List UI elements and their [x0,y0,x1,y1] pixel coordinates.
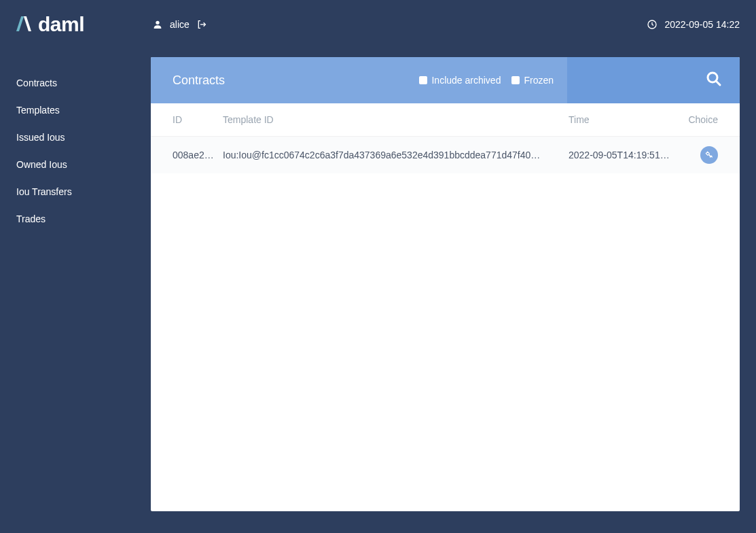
sidebar-item-templates[interactable]: Templates [0,97,151,124]
table-header: ID Template ID Time Choice [151,103,740,137]
topbar: daml alice 2022-09-05 14:22 [0,0,756,49]
logo: daml [16,13,84,36]
panel-header-left: Contracts Include archived Frozen [151,57,567,103]
cell-id: 008ae2… [173,150,223,160]
user-name: alice [170,19,190,30]
clock-text: 2022-09-05 14:22 [664,19,740,30]
user-area: alice [152,19,207,30]
frozen-toggle[interactable]: Frozen [511,75,554,86]
column-header-choice[interactable]: Choice [677,114,718,125]
sidebar-item-issued-ious[interactable]: Issued Ious [0,124,151,151]
column-header-id[interactable]: ID [173,114,223,125]
contracts-panel: Contracts Include archived Frozen [151,57,740,511]
brand-text: daml [38,13,84,36]
panel-title: Contracts [173,73,225,88]
sidebar-item-trades[interactable]: Trades [0,205,151,233]
logout-icon[interactable] [196,19,207,30]
sidebar-item-owned-ious[interactable]: Owned Ious [0,151,151,178]
include-archived-toggle[interactable]: Include archived [419,75,501,86]
wrench-icon [704,150,714,160]
choice-button[interactable] [700,146,718,164]
sidebar-item-contracts[interactable]: Contracts [0,69,151,97]
logo-mark-icon [16,16,31,33]
content: Contracts Include archived Frozen [151,49,756,533]
topbar-left: daml alice [16,13,207,36]
user-icon [152,19,163,30]
topbar-right: 2022-09-05 14:22 [647,19,740,30]
cell-template-id: Iou:Iou@fc1cc0674c2c6a3f7da437369a6e532e… [223,150,569,160]
column-header-template-id[interactable]: Template ID [223,114,569,125]
panel-header: Contracts Include archived Frozen [151,57,740,103]
frozen-label: Frozen [524,75,554,86]
panel-header-right [567,57,740,103]
cell-time: 2022-09-05T14:19:51.9… [569,150,677,160]
checkbox-icon [419,76,427,84]
column-header-time[interactable]: Time [569,114,677,125]
svg-point-0 [156,21,159,24]
include-archived-label: Include archived [431,75,501,86]
clock-icon [647,19,658,30]
main: Contracts Templates Issued Ious Owned Io… [0,49,756,533]
sidebar-item-iou-transfers[interactable]: Iou Transfers [0,178,151,205]
table-row[interactable]: 008ae2… Iou:Iou@fc1cc0674c2c6a3f7da43736… [151,137,740,173]
cell-choice [677,146,718,164]
sidebar: Contracts Templates Issued Ious Owned Io… [0,49,151,533]
checkbox-icon [511,76,520,84]
panel-toggles: Include archived Frozen [419,75,554,86]
search-icon[interactable] [706,71,722,90]
